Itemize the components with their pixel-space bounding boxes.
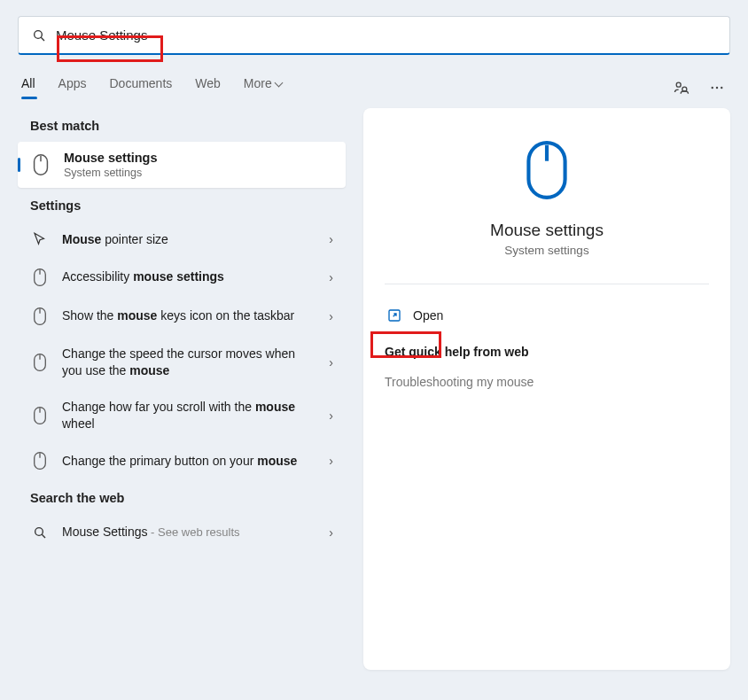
svg-point-6: [721, 87, 722, 89]
result-primary-button[interactable]: Change the primary button on your mouse …: [18, 441, 346, 480]
chevron-down-icon: [276, 76, 282, 90]
svg-point-5: [716, 87, 718, 89]
section-search-web: Search the web: [30, 491, 346, 505]
preview-panel: Mouse settings System settings Open Get …: [363, 108, 730, 670]
result-accessibility[interactable]: Accessibility mouse settings ›: [18, 258, 346, 297]
result-label: Accessibility mouse settings: [62, 268, 316, 285]
best-match-title: Mouse settings: [64, 151, 158, 165]
result-label: Mouse Settings - See web results: [62, 524, 316, 541]
search-icon: [31, 27, 47, 43]
section-settings: Settings: [30, 198, 346, 213]
chevron-right-icon: ›: [329, 232, 333, 246]
results-column: Best match Mouse settings System setting…: [18, 108, 346, 670]
chevron-right-icon: ›: [329, 355, 333, 369]
result-label: Change how far you scroll with the mouse…: [62, 399, 316, 432]
open-external-icon: [386, 307, 402, 323]
search-input[interactable]: [56, 27, 717, 43]
mouse-icon: [30, 451, 50, 471]
search-bar[interactable]: [18, 16, 730, 55]
result-label: Show the mouse keys icon on the taskbar: [62, 307, 316, 324]
pointer-icon: [30, 231, 50, 247]
result-label: Change the speed the cursor moves when y…: [62, 346, 316, 379]
open-button[interactable]: Open: [385, 302, 445, 329]
open-label: Open: [413, 308, 443, 323]
chevron-right-icon: ›: [329, 270, 333, 284]
svg-line-1: [41, 37, 44, 41]
mouse-icon: [30, 406, 50, 425]
svg-point-2: [676, 82, 681, 87]
result-web[interactable]: Mouse Settings - See web results ›: [18, 514, 346, 550]
best-match-result[interactable]: Mouse settings System settings: [18, 142, 346, 188]
mouse-icon: [30, 353, 50, 372]
result-pointer-size[interactable]: Mouse pointer size ›: [18, 222, 346, 258]
mouse-icon: [30, 268, 50, 287]
svg-point-19: [35, 528, 43, 536]
more-options-icon[interactable]: [707, 78, 727, 97]
help-link-troubleshoot[interactable]: Troubleshooting my mouse: [385, 375, 534, 389]
svg-point-0: [35, 30, 43, 38]
divider: [385, 284, 709, 284]
mouse-icon: [523, 138, 571, 205]
result-cursor-speed[interactable]: Change the speed the cursor moves when y…: [18, 336, 346, 389]
svg-point-4: [712, 87, 713, 89]
chevron-right-icon: ›: [329, 525, 333, 540]
result-label: Mouse pointer size: [62, 231, 316, 248]
mouse-icon: [30, 307, 50, 326]
result-scroll-wheel[interactable]: Change how far you scroll with the mouse…: [18, 389, 346, 442]
chevron-right-icon: ›: [329, 408, 333, 423]
account-icon[interactable]: [672, 78, 691, 97]
tab-apps[interactable]: Apps: [58, 76, 87, 99]
tab-documents[interactable]: Documents: [109, 76, 172, 99]
mouse-icon: [30, 154, 51, 175]
tab-all[interactable]: All: [21, 76, 35, 99]
result-label: Change the primary button on your mouse: [62, 453, 316, 470]
result-mouse-keys[interactable]: Show the mouse keys icon on the taskbar …: [18, 297, 346, 336]
tab-more[interactable]: More: [244, 76, 282, 99]
preview-subtitle: System settings: [504, 244, 588, 257]
preview-title: Mouse settings: [490, 221, 604, 240]
filter-tabs: All Apps Documents Web More: [18, 76, 730, 99]
tab-web[interactable]: Web: [195, 76, 221, 99]
search-icon: [30, 525, 50, 540]
help-heading: Get quick help from web: [385, 345, 529, 359]
svg-line-20: [42, 534, 45, 538]
chevron-right-icon: ›: [329, 309, 333, 323]
best-match-subtitle: System settings: [64, 167, 158, 179]
chevron-right-icon: ›: [329, 454, 333, 468]
section-best-match: Best match: [30, 119, 346, 133]
